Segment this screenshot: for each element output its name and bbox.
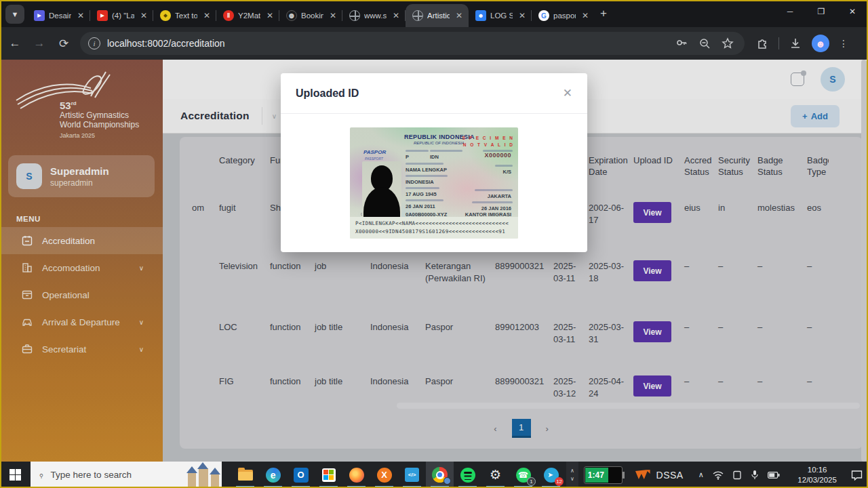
taskbar-search-input[interactable]: ⌕ Type here to search — [31, 462, 222, 488]
castle-search-graphic — [185, 464, 220, 487]
sidebar-item-operational[interactable]: Operational — [0, 281, 163, 308]
taskbar-scroll-arrows[interactable]: ∧∨ — [566, 462, 578, 488]
dssa-label: DSSA — [656, 470, 684, 481]
passport-gender: K/S — [502, 169, 511, 175]
tab-youtube[interactable]: (4) "Lask ✕ — [90, 4, 153, 27]
tab-close-icon[interactable]: ✕ — [580, 10, 591, 21]
action-center-icon[interactable] — [846, 470, 868, 481]
tab-close-icon[interactable]: ✕ — [201, 10, 212, 21]
browser-tab-strip: ▼ Desain t ✕ (4) "Lask ✕ Text to S ✕ Y2M… — [0, 0, 868, 27]
zoom-icon[interactable] — [698, 37, 711, 49]
tab-y2mate[interactable]: Y2Mate ✕ — [216, 4, 279, 27]
view-id-button[interactable]: View — [633, 321, 671, 342]
tab-close-icon[interactable]: ✕ — [75, 10, 86, 21]
table-row[interactable]: LOC function job title Indonesia Paspor … — [192, 305, 848, 359]
sidebar-item-arrival-departure[interactable]: Arrival & Departure ∨ — [0, 308, 163, 336]
sidebar-item-accomodation[interactable]: Accomodation ∨ — [0, 254, 163, 281]
view-id-button[interactable]: View — [633, 202, 671, 223]
tab-close-icon[interactable]: ✕ — [328, 10, 338, 21]
telegram-icon[interactable]: ➤12 — [537, 462, 565, 488]
tab-close-icon[interactable]: ✕ — [391, 10, 401, 21]
bookmark-star-icon[interactable] — [722, 37, 734, 49]
y2mate-tab-icon — [223, 10, 234, 21]
battery-icon[interactable] — [768, 471, 780, 479]
forward-icon[interactable]: → — [30, 34, 49, 53]
browser-menu-icon[interactable]: ⋮ — [839, 38, 848, 49]
vscode-icon[interactable]: </> — [398, 462, 426, 488]
archive-box-icon — [22, 289, 33, 300]
globe-tab-icon — [349, 10, 360, 21]
col-upload-id: Upload ID — [633, 137, 684, 186]
download-icon[interactable] — [789, 37, 802, 50]
spotify-icon[interactable] — [454, 462, 481, 488]
xampp-icon[interactable]: X — [370, 462, 398, 488]
windows-taskbar: ⌕ Type here to search e O X </> ⚙ ☎1 ➤12… — [0, 462, 868, 488]
page-number[interactable]: 1 — [512, 419, 531, 438]
sidebar-item-label: Accreditation — [42, 236, 95, 246]
tab-close-icon[interactable]: ✕ — [454, 10, 465, 21]
pagination: ‹ 1 › — [180, 419, 863, 438]
view-id-button[interactable]: View — [633, 260, 671, 281]
tab-booking[interactable]: Booking ✕ — [279, 4, 342, 27]
site-info-icon[interactable]: i — [88, 37, 100, 49]
tab-artistic-active[interactable]: Artistic ✕ — [406, 4, 469, 27]
tab-www-so[interactable]: www.so ✕ — [342, 4, 406, 27]
sidebar-item-secretariat[interactable]: Secretariat ∨ — [0, 336, 163, 363]
file-explorer-icon[interactable] — [231, 462, 259, 488]
extensions-icon[interactable] — [755, 37, 769, 50]
tab-log-system[interactable]: LOG SY ✕ — [469, 4, 532, 27]
system-tray: ∧ — [698, 470, 780, 480]
device-icon[interactable] — [732, 470, 742, 480]
microphone-icon[interactable] — [751, 470, 759, 480]
calendar-icon — [22, 235, 33, 246]
url-text[interactable]: localhost:8002/accreditation — [107, 38, 675, 49]
whatsapp-icon[interactable]: ☎1 — [509, 462, 537, 488]
battery-timer-widget[interactable]: 1:47 — [584, 466, 623, 484]
tab-search-button[interactable]: ▼ — [5, 5, 24, 24]
wifi-icon[interactable] — [713, 470, 724, 480]
password-key-icon[interactable] — [675, 37, 688, 49]
dssa-logo-icon — [635, 468, 651, 482]
new-tab-button[interactable]: + — [600, 7, 607, 20]
horizontal-scrollbar[interactable] — [397, 403, 860, 409]
firefox-icon[interactable] — [342, 462, 370, 488]
add-button[interactable]: + Add — [791, 105, 840, 127]
chrome-icon[interactable] — [426, 462, 454, 488]
tab-label: Text to S — [175, 12, 197, 20]
next-page-icon[interactable]: › — [546, 424, 549, 434]
chevron-down-icon: ∨ — [139, 264, 144, 272]
address-bar[interactable]: i localhost:8002/accreditation — [80, 32, 745, 55]
outlook-icon[interactable]: O — [287, 462, 315, 488]
table-row[interactable]: Television function job Indonesia Ketera… — [192, 244, 848, 305]
edge-icon[interactable]: e — [259, 462, 287, 488]
minimize-button[interactable]: ─ — [774, 0, 806, 23]
tab-close-icon[interactable]: ✕ — [517, 10, 528, 21]
reload-icon[interactable]: ⟳ — [54, 34, 73, 53]
view-id-button[interactable]: View — [633, 375, 671, 396]
notification-icon[interactable] — [791, 73, 804, 86]
hidden-icons-chevron-icon[interactable]: ∧ — [698, 470, 704, 479]
vertical-scrollbar[interactable] — [861, 60, 867, 462]
settings-gear-icon[interactable]: ⚙ — [481, 462, 509, 488]
browser-profile-avatar[interactable] — [812, 35, 829, 52]
close-window-button[interactable]: ✕ — [837, 0, 868, 23]
tab-text-to-speech[interactable]: Text to S ✕ — [153, 4, 216, 27]
header-avatar[interactable]: S — [821, 67, 845, 92]
start-button[interactable] — [0, 462, 31, 488]
design-tab-icon — [34, 10, 45, 21]
prev-page-icon[interactable]: ‹ — [494, 424, 496, 434]
passport-birth-place: JAKARTA — [488, 193, 511, 199]
modal-close-icon[interactable]: ✕ — [563, 86, 572, 100]
tab-close-icon[interactable]: ✕ — [138, 10, 149, 21]
tab-desain[interactable]: Desain t ✕ — [27, 4, 90, 27]
taskbar-clock[interactable]: 10:16 12/03/2025 — [791, 465, 844, 485]
back-icon[interactable]: ← — [5, 34, 24, 53]
sidebar-item-accreditation[interactable]: Accreditation — [0, 227, 163, 254]
sidebar-item-label: Arrival & Departure — [42, 317, 120, 327]
chevron-down-icon: ∨ — [139, 346, 144, 353]
user-card[interactable]: S Superadmin superadmin — [8, 155, 155, 197]
tab-paspor[interactable]: paspor ✕ — [532, 4, 595, 27]
microsoft-store-icon[interactable] — [315, 462, 342, 488]
maximize-button[interactable]: ❐ — [806, 0, 837, 23]
tab-close-icon[interactable]: ✕ — [264, 10, 275, 21]
